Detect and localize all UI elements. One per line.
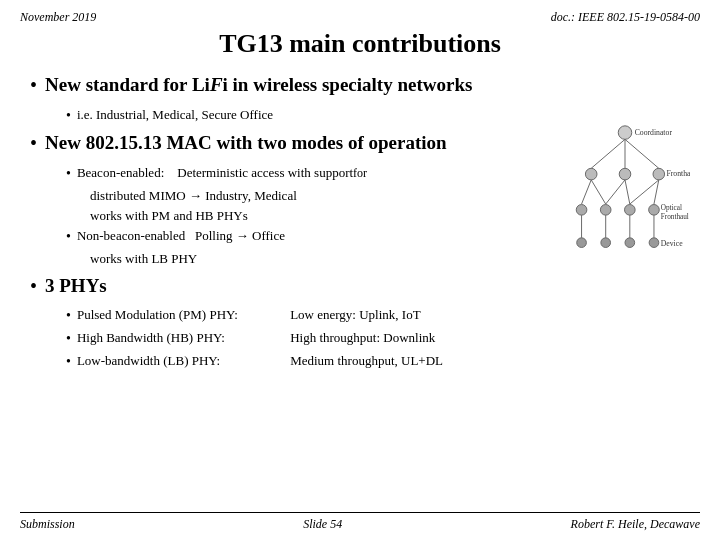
bullet-3-text: 3 PHYs (45, 274, 107, 299)
bullet-3: • 3 PHYs (30, 274, 690, 299)
bullet-1-marker: • (30, 73, 37, 97)
bullet-2-subs: • Beacon-enabled: Deterministic access w… (66, 164, 552, 268)
bullet-2-sub-2-cont: works with LB PHY (90, 250, 552, 268)
bullet-2-sub-2-text: Non-beacon-enabled Polling → Office (77, 227, 285, 245)
bullet-1-text: New standard for LiFi in wireless specia… (45, 73, 472, 98)
header-doc: doc.: IEEE 802.15-19-0584-00 (551, 10, 700, 25)
svg-line-18 (625, 180, 630, 204)
svg-line-17 (606, 180, 625, 204)
bullet-3-sub-1-text: Pulsed Modulation (PM) PHY: Low energy: … (77, 306, 421, 324)
svg-point-22 (601, 238, 611, 248)
footer-center: Slide 54 (303, 517, 342, 532)
bullet-2-text-area: • New 802.15.13 MAC with two modes of op… (30, 131, 552, 273)
bullet-2-sub-1-marker: • (66, 164, 71, 184)
slide: November 2019 doc.: IEEE 802.15-19-0584-… (0, 0, 720, 540)
bullet-3-sub-3-text: Low-bandwidth (LB) PHY: Medium throughpu… (77, 352, 443, 370)
footer-left: Submission (20, 517, 75, 532)
svg-point-12 (649, 205, 660, 216)
bullet-3-sub-3-label: Low-bandwidth (LB) PHY: (77, 352, 287, 370)
bullet-3-subs: • Pulsed Modulation (PM) PHY: Low energy… (66, 306, 690, 371)
svg-point-11 (625, 205, 636, 216)
bullet-3-sub-2-marker: • (66, 329, 71, 349)
slide-footer: Submission Slide 54 Robert F. Heile, Dec… (20, 512, 700, 532)
svg-text:Fronthaul: Fronthaul (661, 213, 689, 221)
bullet-2-text: New 802.15.13 MAC with two modes of oper… (45, 131, 447, 156)
bullet-3-sub-2-text: High Bandwidth (HB) PHY: High throughput… (77, 329, 435, 347)
bullet-3-sub-3-extra: Medium throughput, UL+DL (290, 353, 443, 368)
svg-text:Coordinator: Coordinator (635, 129, 673, 138)
svg-point-4 (653, 169, 665, 181)
bullet-3-sub-1-extra: Low energy: Uplink, IoT (290, 307, 420, 322)
bullet-1-sub-1-marker: • (66, 106, 71, 126)
bullet-2: • New 802.15.13 MAC with two modes of op… (30, 131, 552, 156)
bullet-2-sub-1-cont1: distributed MIMO → Industry, Medical (90, 187, 552, 205)
svg-point-21 (577, 238, 587, 248)
slide-content: • New standard for LiFi in wireless spec… (20, 73, 700, 371)
bullet-2-marker: • (30, 131, 37, 155)
bullet-2-sub-1: • Beacon-enabled: Deterministic access w… (66, 164, 552, 184)
bullet-3-sub-3: • Low-bandwidth (LB) PHY: Medium through… (66, 352, 690, 372)
bullet-3-sub-1-label: Pulsed Modulation (PM) PHY: (77, 306, 287, 324)
svg-point-10 (600, 205, 611, 216)
svg-point-2 (585, 169, 597, 181)
svg-line-15 (582, 180, 592, 204)
svg-text:Device: Device (661, 239, 683, 248)
slide-header: November 2019 doc.: IEEE 802.15-19-0584-… (20, 10, 700, 25)
bullet-1-sub-1-text: i.e. Industrial, Medical, Secure Office (77, 106, 273, 124)
footer-right: Robert F. Heile, Decawave (571, 517, 700, 532)
svg-line-16 (591, 180, 605, 204)
svg-text:Fronthaul: Fronthaul (667, 169, 690, 178)
bullet-3-sub-1-marker: • (66, 306, 71, 326)
bullet-2-sub-1-text: Beacon-enabled: Deterministic access wit… (77, 164, 367, 182)
svg-point-9 (576, 205, 587, 216)
diagram-svg: Coordinator Fronthaul Optical (560, 121, 690, 261)
svg-line-8 (625, 140, 659, 169)
header-date: November 2019 (20, 10, 96, 25)
bullet-3-sub-1: • Pulsed Modulation (PM) PHY: Low energy… (66, 306, 690, 326)
slide-title: TG13 main contributions (20, 29, 700, 59)
bullet-2-sub-2: • Non-beacon-enabled Polling → Office (66, 227, 552, 247)
bullet-3-sub-2: • High Bandwidth (HB) PHY: High throughp… (66, 329, 690, 349)
bullet-2-sub-1-cont2: works with PM and HB PHYs (90, 207, 552, 225)
svg-point-0 (618, 126, 632, 140)
bullet-2-sub-2-marker: • (66, 227, 71, 247)
bullet-3-sub-2-extra: High throughput: Downlink (290, 330, 435, 345)
bullet-2-section: • New 802.15.13 MAC with two modes of op… (30, 131, 690, 273)
bullet-1: • New standard for LiFi in wireless spec… (30, 73, 690, 98)
bullet-3-sub-2-label: High Bandwidth (HB) PHY: (77, 329, 287, 347)
svg-point-24 (649, 238, 659, 248)
svg-line-6 (591, 140, 625, 169)
svg-text:Optical: Optical (661, 204, 682, 212)
bullet-3-marker: • (30, 274, 37, 298)
svg-point-23 (625, 238, 635, 248)
network-diagram: Coordinator Fronthaul Optical (560, 121, 690, 265)
bullet-3-sub-3-marker: • (66, 352, 71, 372)
svg-point-3 (619, 169, 631, 181)
